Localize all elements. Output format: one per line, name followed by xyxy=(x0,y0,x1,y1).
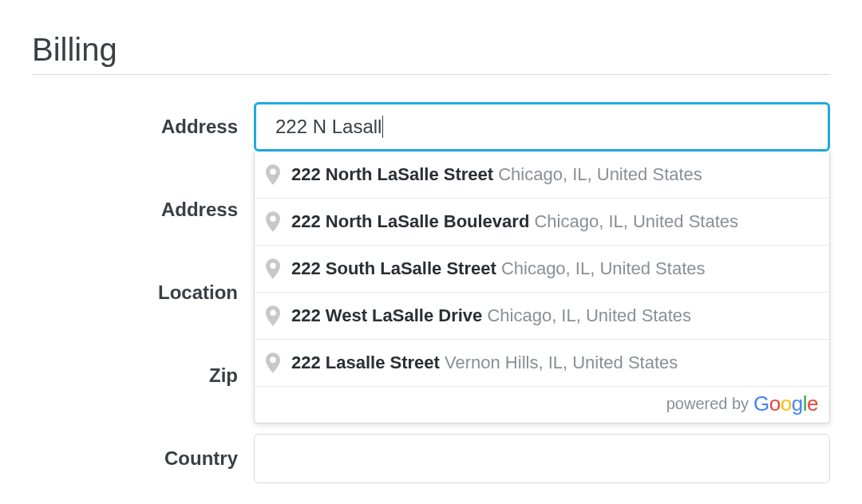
autocomplete-item[interactable]: 222 West LaSalle Drive Chicago, IL, Unit… xyxy=(255,293,829,340)
autocomplete-secondary-text: Chicago, IL, United States xyxy=(534,211,738,231)
row-address-1: Address 222 N Lasall 222 North LaSalle S… xyxy=(32,102,830,152)
label-address-1: Address xyxy=(32,116,254,138)
map-pin-icon xyxy=(266,258,280,279)
google-logo: Google xyxy=(753,392,818,416)
autocomplete-secondary-text: Chicago, IL, United States xyxy=(487,305,691,325)
autocomplete-main-text: 222 West LaSalle Drive xyxy=(291,305,482,325)
section-title: Billing xyxy=(32,32,830,75)
autocomplete-secondary-text: Vernon Hills, IL, United States xyxy=(445,352,678,372)
label-zip: Zip xyxy=(32,364,254,387)
address-input-value: 222 N Lasall xyxy=(275,116,382,138)
autocomplete-main-text: 222 Lasalle Street xyxy=(291,352,440,372)
row-country: Country xyxy=(32,434,830,483)
autocomplete-main-text: 222 North LaSalle Street xyxy=(291,164,493,184)
map-pin-icon xyxy=(266,211,280,232)
powered-by-text: powered by xyxy=(666,395,749,413)
label-location: Location xyxy=(32,282,254,304)
autocomplete-item[interactable]: 222 South LaSalle Street Chicago, IL, Un… xyxy=(255,246,829,293)
label-address-2: Address xyxy=(32,199,254,221)
autocomplete-footer: powered by Google xyxy=(255,387,829,423)
autocomplete-dropdown: 222 North LaSalle Street Chicago, IL, Un… xyxy=(254,152,830,423)
autocomplete-secondary-text: Chicago, IL, United States xyxy=(501,258,706,278)
autocomplete-secondary-text: Chicago, IL, United States xyxy=(498,164,702,184)
map-pin-icon xyxy=(266,305,280,326)
autocomplete-main-text: 222 South LaSalle Street xyxy=(291,258,496,278)
autocomplete-item[interactable]: 222 North LaSalle Boulevard Chicago, IL,… xyxy=(255,199,829,246)
address-input-wrap: 222 N Lasall 222 North LaSalle Street Ch… xyxy=(254,102,830,152)
address-input[interactable]: 222 N Lasall xyxy=(254,102,830,152)
map-pin-icon xyxy=(266,164,280,185)
label-country: Country xyxy=(32,447,254,470)
map-pin-icon xyxy=(266,352,280,373)
autocomplete-item[interactable]: 222 Lasalle Street Vernon Hills, IL, Uni… xyxy=(255,340,829,387)
country-input[interactable] xyxy=(254,434,830,483)
autocomplete-main-text: 222 North LaSalle Boulevard xyxy=(291,211,529,231)
autocomplete-item[interactable]: 222 North LaSalle Street Chicago, IL, Un… xyxy=(255,152,829,199)
text-cursor xyxy=(382,116,383,138)
